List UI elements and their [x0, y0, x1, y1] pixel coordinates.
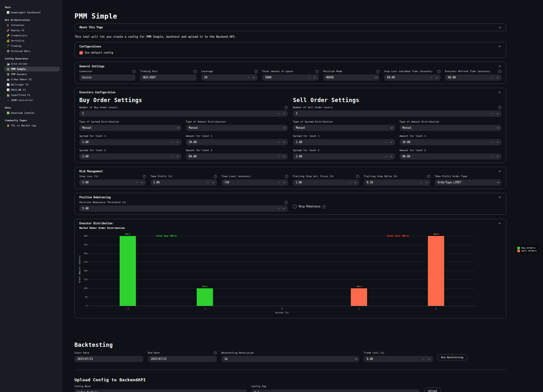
sidebar-item-macd-bb-v1[interactable]: 📊MACD_BB V1 [4, 87, 60, 92]
legend-item[interactable]: Sell Orders [517, 250, 536, 252]
stop-loss-cooldown-time-input[interactable]: 60.00−+ [384, 74, 440, 81]
decrement-button[interactable]: − [247, 76, 249, 79]
decrement-button[interactable]: − [349, 181, 351, 184]
decrement-button[interactable]: − [491, 76, 493, 79]
connector-input[interactable]: kucoin [79, 74, 136, 81]
help-icon[interactable]: ? [322, 205, 325, 208]
trailing-stop-delta-input[interactable]: 0.20−+ [364, 179, 430, 186]
end-date-input[interactable]: 2025/07/23 [148, 356, 217, 362]
sidebar-item-bollinger-v1[interactable]: 📈Bollinger V1 [4, 82, 60, 87]
run-backtesting-button[interactable]: Run Backtesting [437, 354, 467, 360]
increment-button[interactable]: + [497, 155, 498, 158]
increment-button[interactable]: + [497, 76, 498, 79]
buy-amount-level-2-input[interactable]: 80.00−+ [186, 153, 288, 160]
chevron-up-icon[interactable] [498, 196, 501, 199]
decrement-button[interactable]: − [171, 141, 173, 144]
backtesting-resolution-input[interactable]: 1m [221, 356, 359, 362]
help-icon[interactable]: ? [376, 70, 379, 73]
sidebar-item-instances[interactable]: 🦅Instances [4, 23, 60, 28]
trading-pair-input[interactable]: WLD-USDT [140, 74, 196, 81]
decrement-button[interactable]: − [136, 181, 138, 184]
increment-button[interactable]: + [283, 155, 285, 158]
leverage-input[interactable]: 20−+ [201, 74, 258, 81]
help-icon[interactable]: ? [285, 201, 288, 204]
sidebar-item-credentials[interactable]: 🔑Credentials [4, 33, 60, 38]
sidebar-item-hummingbot-dashboard[interactable]: 📊Hummingbot Dashboard [4, 10, 60, 15]
chevron-down-icon[interactable] [499, 26, 501, 28]
chevron-up-icon[interactable] [498, 46, 501, 48]
chevron-up-icon[interactable] [498, 170, 501, 173]
help-icon[interactable]: ? [498, 106, 501, 109]
trailing-stop-act-price-input[interactable]: 1.80−+ [293, 179, 359, 186]
decrement-button[interactable]: − [430, 76, 432, 79]
sidebar-item-trading[interactable]: 🪄Trading [4, 44, 60, 48]
buy-order-levels-input[interactable]: 2−+ [79, 111, 288, 117]
decrement-button[interactable]: − [423, 358, 424, 360]
increment-button[interactable]: + [177, 155, 178, 158]
trade-cost-input[interactable]: 0.06−+ [364, 356, 433, 362]
decrement-button[interactable]: − [207, 181, 209, 184]
decrement-button[interactable]: − [309, 76, 310, 79]
help-icon[interactable]: ? [315, 70, 319, 73]
sidebar-item-deploy-v2[interactable]: 🚀Deploy V2 [4, 28, 60, 33]
decrement-button[interactable]: − [491, 112, 493, 115]
increment-button[interactable]: + [283, 141, 285, 144]
buy-amount-distribution-input[interactable]: Manual [186, 125, 288, 131]
buy-amount-level-1-input[interactable]: 20.00−+ [186, 139, 288, 145]
sell-order-levels-input[interactable]: 2−+ [293, 111, 501, 117]
decrement-button[interactable]: − [278, 141, 279, 144]
sell-spread-level-1-input[interactable]: 1.00−+ [293, 139, 395, 145]
buy-spread-level-2-input[interactable]: 2.00−+ [79, 153, 181, 160]
sell-amount-level-2-input[interactable]: 80.00−+ [400, 153, 502, 160]
config-tag-input[interactable]: 0.1 [251, 389, 419, 392]
use-default-config-checkbox[interactable] [79, 51, 83, 55]
help-icon[interactable]: ? [498, 70, 501, 73]
increment-button[interactable]: + [314, 76, 315, 79]
sell-spread-distribution-input[interactable]: Manual [293, 125, 395, 131]
position-mode-input[interactable]: HEDGE [323, 74, 379, 81]
decrement-button[interactable]: − [491, 141, 493, 144]
sidebar-item-archived-bots[interactable]: 🗃️Archived Bots [4, 49, 60, 54]
increment-button[interactable]: + [436, 76, 437, 79]
chevron-up-icon[interactable] [498, 91, 501, 94]
sidebar-item-d-man-maker-v2[interactable]: 🤖D-Man Maker V2 [4, 77, 60, 82]
increment-button[interactable]: + [177, 141, 178, 144]
sidebar-item-download-candles[interactable]: 💹Download Candles [4, 111, 60, 115]
increment-button[interactable]: + [283, 112, 285, 115]
sell-amount-distribution-input[interactable]: Manual [400, 125, 502, 131]
help-icon[interactable]: ? [143, 175, 146, 178]
buy-spread-distribution-input[interactable]: Manual [79, 125, 181, 131]
help-icon[interactable]: ? [285, 106, 288, 109]
increment-button[interactable]: + [212, 181, 214, 184]
sidebar-item-tvl-vs-market-cap[interactable]: 🦉TVL vs Market Cap [4, 123, 60, 128]
decrement-button[interactable]: − [278, 181, 280, 184]
chevron-up-icon[interactable] [498, 222, 501, 225]
increment-button[interactable]: + [428, 358, 430, 360]
increment-button[interactable]: + [284, 181, 285, 184]
take-profit-input[interactable]: 2.00−+ [151, 179, 217, 186]
sell-amount-level-1-input[interactable]: 20.00−+ [400, 139, 502, 145]
about-this-page-expander[interactable]: About This Page [74, 23, 506, 31]
increment-button[interactable]: + [283, 207, 285, 210]
start-date-input[interactable]: 2025/07/21 [74, 356, 143, 362]
decrement-button[interactable]: − [420, 181, 422, 184]
help-icon[interactable]: ? [437, 70, 441, 73]
increment-button[interactable]: + [497, 112, 498, 115]
decrement-button[interactable]: − [385, 155, 387, 158]
sidebar-item-grid-strike[interactable]: ⛷️Grid Strike [4, 61, 60, 66]
legend-item[interactable]: Buy Orders [517, 247, 536, 249]
take-profit-order-type-input[interactable]: OrderType.LIMIT [435, 179, 501, 186]
sidebar-item-pmm-dynamic[interactable]: 👩‍🏫PMM Dynamic [4, 72, 60, 77]
decrement-button[interactable]: − [491, 155, 493, 158]
executor-refresh-time-input[interactable]: 60.00−+ [445, 74, 501, 81]
increment-button[interactable]: + [497, 141, 498, 144]
config-base-input[interactable]: index-fortune [74, 389, 247, 392]
help-icon[interactable]: ? [214, 351, 217, 355]
help-icon[interactable]: ? [427, 175, 430, 178]
increment-button[interactable]: + [141, 181, 143, 184]
stop-loss-input[interactable]: 5.00−+ [79, 179, 146, 186]
help-icon[interactable]: ? [214, 175, 217, 178]
help-icon[interactable]: ? [132, 70, 136, 73]
help-icon[interactable]: ? [285, 175, 288, 178]
help-icon[interactable]: ? [356, 175, 359, 178]
